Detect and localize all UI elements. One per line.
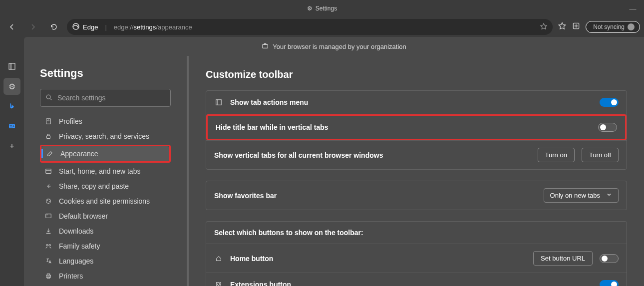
address-bar[interactable]: Edge | edge://settings/appearance	[67, 19, 553, 35]
settings-search-input[interactable]: Search settings	[40, 89, 171, 107]
sidebar-item-appearance[interactable]: Appearance	[41, 146, 169, 161]
svg-rect-11	[46, 169, 51, 174]
family-icon	[44, 243, 53, 250]
managed-org-banner: Your browser is managed by your organiza…	[24, 37, 644, 56]
row-label: Extensions button	[230, 281, 291, 286]
row-show-tab-actions: Show tab actions menu	[206, 91, 627, 114]
sidebar-item-label: Downloads	[59, 227, 93, 235]
svg-rect-10	[47, 136, 50, 138]
sidebar-item-label: Start, home, and new tabs	[59, 167, 140, 175]
sidebar-item-profiles[interactable]: Profiles	[40, 114, 171, 129]
turn-off-button[interactable]: Turn off	[582, 148, 619, 162]
sidebar-item-start[interactable]: Start, home, and new tabs	[40, 164, 171, 179]
sidebar-item-label: Privacy, search, and services	[59, 132, 149, 140]
managed-org-text: Your browser is managed by your organiza…	[273, 43, 406, 50]
svg-point-13	[47, 201, 48, 201]
reload-button[interactable]	[46, 19, 62, 35]
browser-toolbar: Edge | edge://settings/appearance Not sy…	[0, 17, 644, 37]
language-icon	[44, 258, 53, 265]
row-label: Show tab actions menu	[230, 98, 308, 106]
row-label: Show favorites bar	[214, 192, 277, 200]
row-show-vertical-tabs: Show vertical tabs for all current brows…	[206, 140, 627, 169]
dropdown-value: Only on new tabs	[550, 192, 600, 199]
back-button[interactable]	[4, 19, 20, 35]
vertical-tab-bing[interactable]	[3, 98, 20, 115]
sidebar-item-downloads[interactable]: Downloads	[40, 224, 171, 239]
new-tab-button[interactable]: +	[3, 138, 20, 155]
window-title: Settings	[316, 5, 337, 12]
briefcase-icon	[262, 42, 269, 51]
sidebar-item-label: Printers	[59, 272, 83, 280]
profile-icon	[44, 118, 53, 125]
toggle-show-tab-actions[interactable]	[600, 98, 619, 107]
puzzle-icon	[214, 281, 223, 286]
sidebar-item-cookies[interactable]: Cookies and site permissions	[40, 194, 171, 209]
row-label: Select which buttons to show on the tool…	[214, 229, 363, 237]
sidebar-item-privacy[interactable]: Privacy, search, and services	[40, 129, 171, 144]
sidebar-item-label: Share, copy and paste	[59, 182, 129, 190]
svg-point-7	[46, 95, 50, 99]
sidebar-item-default-browser[interactable]: Default browser	[40, 209, 171, 224]
sidebar-item-label: Languages	[59, 257, 93, 265]
url-scheme: edge://	[114, 23, 134, 31]
sidebar-item-printers[interactable]: Printers	[40, 269, 171, 284]
row-hide-title-bar: Hide title bar while in vertical tabs	[206, 114, 627, 140]
settings-content: Customize toolbar Show tab actions menu …	[189, 56, 644, 286]
favorites-mode-dropdown[interactable]: Only on new tabs	[544, 188, 619, 203]
sidebar-item-label: Appearance	[60, 150, 98, 158]
toggle-extensions-button[interactable]	[600, 280, 619, 286]
vertical-tab-settings[interactable]: ⚙	[3, 78, 20, 95]
svg-point-18	[49, 245, 51, 247]
sidebar-item-label: Family safety	[59, 242, 100, 250]
search-icon	[45, 94, 52, 102]
collections-icon[interactable]	[572, 21, 581, 32]
sidebar-item-languages[interactable]: Languages	[40, 254, 171, 269]
browser-icon	[44, 213, 53, 220]
window-icon	[44, 168, 53, 175]
printer-icon	[44, 273, 53, 280]
site-name: Edge	[83, 23, 98, 31]
avatar-icon	[628, 23, 635, 30]
row-home-button: Home button Set button URL	[206, 244, 627, 273]
download-icon	[44, 228, 53, 235]
sidebar-item-label: Default browser	[59, 212, 108, 220]
settings-title: Settings	[40, 67, 171, 80]
favorites-icon[interactable]	[558, 21, 567, 32]
sync-status-button[interactable]: Not syncing	[586, 21, 640, 33]
sidebar-item-share[interactable]: Share, copy and paste	[40, 179, 171, 194]
gear-icon: ⚙	[307, 5, 313, 12]
paintbrush-icon	[45, 150, 54, 157]
svg-text:文A: 文A	[9, 124, 14, 128]
favorite-star-icon[interactable]	[540, 22, 548, 32]
sidebar-item-label: Profiles	[59, 117, 82, 125]
minimize-button[interactable]: —	[622, 0, 644, 17]
svg-rect-2	[263, 44, 268, 48]
row-extensions-button: Extensions button	[206, 273, 627, 286]
settings-sidebar: Settings Search settings Profiles Privac…	[24, 56, 189, 286]
set-button-url-button[interactable]: Set button URL	[533, 251, 593, 266]
vertical-tab-strip: ⚙ 文A +	[0, 56, 24, 286]
svg-point-16	[47, 215, 47, 215]
tab-actions-icon	[214, 99, 223, 106]
toggle-hide-title-bar[interactable]	[598, 123, 617, 132]
sidebar-item-label: Cookies and site permissions	[59, 197, 150, 205]
forward-button[interactable]	[25, 19, 41, 35]
svg-point-14	[49, 201, 49, 202]
svg-point-17	[46, 245, 48, 247]
tab-actions-icon[interactable]	[3, 58, 20, 75]
home-icon	[214, 255, 223, 262]
vertical-tab-translate[interactable]: 文A	[3, 118, 20, 135]
url-host: settings	[134, 23, 156, 31]
sidebar-item-family[interactable]: Family safety	[40, 239, 171, 254]
toggle-home-button[interactable]	[600, 254, 619, 263]
svg-rect-15	[46, 214, 51, 218]
svg-rect-23	[218, 100, 221, 105]
chevron-down-icon	[606, 192, 612, 199]
svg-rect-20	[47, 274, 49, 276]
search-placeholder: Search settings	[57, 94, 106, 102]
row-show-favorites: Show favorites bar Only on new tabs	[206, 181, 627, 210]
turn-on-button[interactable]: Turn on	[538, 148, 575, 162]
svg-point-9	[48, 120, 49, 121]
row-label: Show vertical tabs for all current brows…	[214, 151, 383, 159]
row-select-buttons-header: Select which buttons to show on the tool…	[206, 222, 627, 244]
